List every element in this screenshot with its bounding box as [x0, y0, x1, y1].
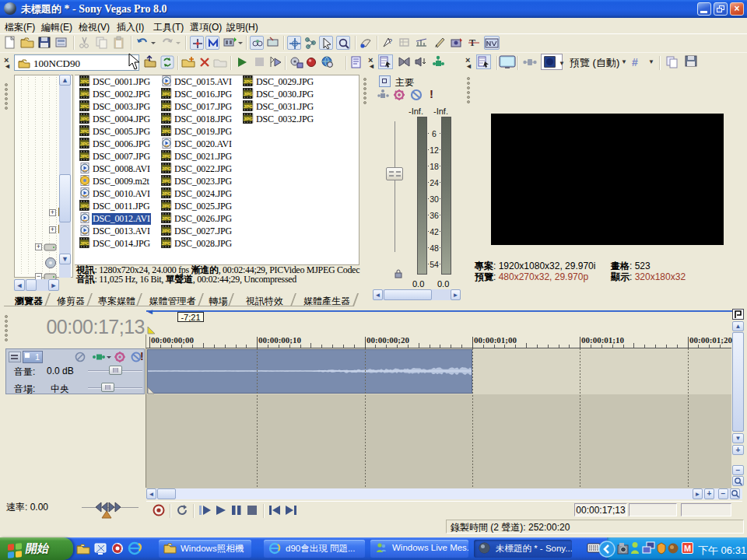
- svg-text:JPG: JPG: [162, 166, 172, 171]
- svg-text:JPG: JPG: [162, 178, 172, 184]
- svg-text:JPG: JPG: [162, 215, 172, 221]
- svg-text:JPG: JPG: [80, 240, 90, 246]
- svg-text:JPG: JPG: [162, 128, 172, 134]
- svg-text:JPG: JPG: [80, 103, 90, 109]
- svg-text:JPG: JPG: [80, 128, 90, 134]
- svg-text:JPG: JPG: [162, 240, 172, 246]
- svg-text:JPG: JPG: [162, 153, 172, 159]
- svg-text:JPG: JPG: [80, 91, 90, 96]
- svg-text:JPG: JPG: [162, 191, 172, 196]
- svg-text:JPG: JPG: [80, 141, 90, 146]
- svg-text:JPG: JPG: [244, 103, 254, 109]
- svg-text:JPG: JPG: [80, 79, 90, 84]
- svg-text:JPG: JPG: [162, 116, 172, 121]
- svg-text:JPG: JPG: [80, 116, 90, 121]
- svg-text:JPG: JPG: [244, 79, 254, 84]
- svg-text:JPG: JPG: [162, 91, 172, 96]
- svg-text:?: ?: [388, 37, 392, 45]
- svg-text:JPG: JPG: [244, 91, 254, 96]
- svg-text:JPG: JPG: [80, 203, 90, 208]
- svg-text:JPG: JPG: [244, 116, 254, 121]
- svg-text:JPG: JPG: [162, 203, 172, 208]
- svg-text:JPG: JPG: [162, 103, 172, 109]
- svg-text:JPG: JPG: [162, 228, 172, 233]
- svg-text:JPG: JPG: [80, 153, 90, 159]
